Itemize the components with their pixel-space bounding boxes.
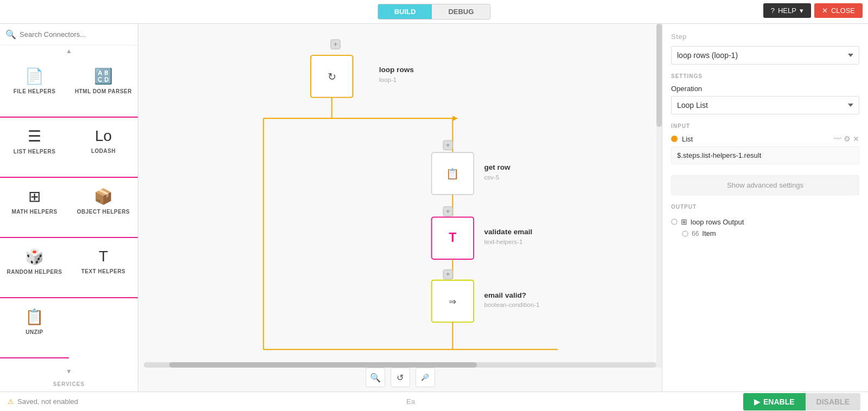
list-helpers-label: LIST HELPERS [14,149,56,155]
scroll-down-arrow[interactable]: ▼ [0,366,138,377]
warning-icon: ⚠ [8,397,14,406]
sidebar-item-unzip[interactable]: 📋UNZIP [0,301,69,358]
input-section-label: INPUT [671,123,859,129]
question-icon: ? [771,7,775,15]
sidebar-item-text-helpers[interactable]: TTEXT HELPERS [69,241,138,298]
output-sub-num: 66 [692,230,699,237]
canvas-toolbar: 🔍 ↺ 🔎 [138,368,662,387]
panel-step-title: Step [671,33,859,41]
output-section: ⊞ loop rows Output 66 Item [671,217,859,240]
output-sub-label: Item [702,229,716,237]
sidebar-item-lodash[interactable]: LoLODASH [69,121,138,178]
svg-text:+: + [446,207,450,215]
output-section-label: OUTPUT [671,204,859,210]
lodash-icon: Lo [95,127,112,145]
output-dot [671,219,678,225]
operation-select[interactable]: Loop List [671,96,859,114]
operation-field-label: Operation [671,85,859,93]
sidebar-item-object-helpers[interactable]: 📦OBJECT HELPERS [69,181,138,238]
disable-button: DISABLE [806,393,860,410]
object-helpers-label: OBJECT HELPERS [77,209,130,215]
math-helpers-icon: ⊞ [28,188,41,206]
svg-text:text-helpers-1: text-helpers-1 [484,238,522,245]
svg-text:+: + [446,141,450,149]
refresh-button[interactable]: ↺ [391,368,410,387]
canvas-hscroll-thumb [169,362,477,368]
list-field-label: List [682,135,829,143]
search-icon: 🔍 [5,29,16,40]
canvas-vscrollbar[interactable] [656,24,662,368]
output-sub-row: 66 Item [682,229,859,237]
lodash-label: LODASH [91,148,116,154]
list-input-section: List 〰 ⚙ ✕ [671,134,859,170]
svg-text:loop rows: loop rows [379,66,414,74]
zoom-out-icon: 🔎 [421,374,429,381]
sidebar-item-file-helpers[interactable]: 📄FILE HELPERS [0,61,69,118]
svg-text:T: T [449,230,456,245]
top-right-buttons: ? HELP ▾ ✕ CLOSE [763,3,863,18]
canvas-hscrollbar[interactable] [144,362,656,368]
list-settings-icon-button[interactable]: ⚙ [844,134,851,143]
chevron-down-icon: ▾ [800,7,803,15]
canvas-vscroll-thumb [656,24,662,127]
refresh-icon: ↺ [397,373,404,383]
sidebar-item-html-dom-parser[interactable]: 🔠HTML DOM PARSER [69,61,138,118]
text-helpers-label: TEXT HELPERS [81,268,126,274]
svg-text:boolean-condition-1: boolean-condition-1 [484,301,539,308]
close-button[interactable]: ✕ CLOSE [814,3,863,18]
output-row: ⊞ loop rows Output [671,217,859,226]
sparkline-icon-button[interactable]: 〰 [834,134,841,143]
file-helpers-label: FILE HELPERS [14,88,56,94]
list-close-icon-button[interactable]: ✕ [853,134,859,143]
svg-text:⇒: ⇒ [449,296,456,307]
services-label: SERVICES [0,377,138,391]
bottom-right-buttons: ▶ ENABLE DISABLE [743,393,860,410]
list-input-row: List 〰 ⚙ ✕ [671,134,859,143]
list-value-input[interactable] [671,146,859,164]
svg-text:+: + [446,270,450,278]
tab-build[interactable]: BUILD [378,4,432,19]
text-helpers-icon: T [99,248,108,265]
object-helpers-icon: 📦 [94,188,113,206]
bottom-ea-text: Ea [406,397,415,406]
main-content: 🔍 ▲ 📄FILE HELPERS🔠HTML DOM PARSER☰LIST H… [0,24,868,391]
advanced-settings-button[interactable]: Show advanced settings [671,175,859,195]
settings-section-label: SETTINGS [671,73,859,79]
html-dom-parser-label: HTML DOM PARSER [75,88,132,94]
random-helpers-icon: 🎲 [25,248,44,266]
step-select[interactable]: loop rows (loop-1) [671,46,859,65]
sidebar-item-list-helpers[interactable]: ☰LIST HELPERS [0,121,69,178]
tab-debug[interactable]: DEBUG [432,4,490,19]
output-grid-icon: ⊞ [681,217,687,226]
svg-text:loop-1: loop-1 [379,76,397,83]
search-input[interactable] [20,30,132,38]
flow-diagram: + ↻ loop rows loop-1 + 📋 get row csv-5 [138,24,662,391]
sidebar-item-random-helpers[interactable]: 🎲RANDOM HELPERS [0,241,69,298]
svg-text:validate email: validate email [484,228,532,236]
status-bar: ⚠ Saved, not enabled Ea ▶ ENABLE DISABLE [0,391,868,411]
list-input-icons: 〰 ⚙ ✕ [834,134,859,143]
left-sidebar: 🔍 ▲ 📄FILE HELPERS🔠HTML DOM PARSER☰LIST H… [0,24,138,391]
html-dom-parser-icon: 🔠 [94,67,113,85]
tab-group: BUILD DEBUG [378,4,491,20]
svg-text:📋: 📋 [446,168,459,180]
svg-text:get row: get row [484,163,510,171]
file-helpers-icon: 📄 [25,67,44,85]
scroll-up-arrow[interactable]: ▲ [0,46,138,56]
zoom-in-button[interactable]: 🔍 [366,368,385,387]
math-helpers-label: MATH HELPERS [11,209,57,215]
enable-button[interactable]: ▶ ENABLE [743,393,806,410]
svg-text:+: + [333,40,337,48]
status-text: ⚠ Saved, not enabled [8,397,78,406]
sidebar-item-math-helpers[interactable]: ⊞MATH HELPERS [0,181,69,238]
canvas-area: + ↻ loop rows loop-1 + 📋 get row csv-5 [138,24,662,391]
x-icon: ✕ [822,7,828,15]
unzip-label: UNZIP [25,329,43,335]
zoom-out-button[interactable]: 🔎 [416,368,435,387]
output-row-label: loop rows Output [691,218,744,226]
svg-marker-8 [452,116,458,121]
svg-text:↻: ↻ [328,70,336,82]
help-button[interactable]: ? HELP ▾ [763,3,811,18]
unzip-icon: 📋 [25,308,44,326]
output-sub-dot [682,230,688,237]
